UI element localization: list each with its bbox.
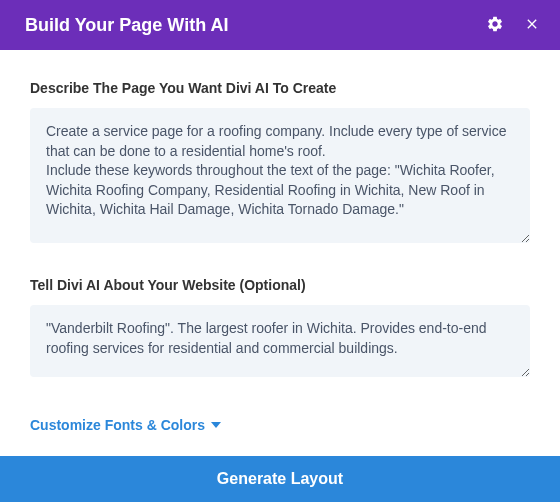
close-button[interactable] (524, 16, 540, 35)
customize-link-label: Customize Fonts & Colors (30, 417, 205, 433)
generate-layout-button[interactable]: Generate Layout (0, 456, 560, 502)
modal-footer: Generate Layout (0, 456, 560, 502)
modal-title: Build Your Page With AI (25, 15, 229, 36)
header-icons (486, 15, 540, 36)
about-label: Tell Divi AI About Your Website (Optiona… (30, 277, 530, 293)
describe-field-group: Describe The Page You Want Divi AI To Cr… (30, 80, 530, 247)
close-icon (524, 16, 540, 35)
settings-button[interactable] (486, 15, 504, 36)
about-field-group: Tell Divi AI About Your Website (Optiona… (30, 277, 530, 381)
modal-header: Build Your Page With AI (0, 0, 560, 50)
modal-content: Describe The Page You Want Divi AI To Cr… (0, 50, 560, 454)
about-textarea[interactable] (30, 305, 530, 377)
gear-icon (486, 15, 504, 36)
describe-label: Describe The Page You Want Divi AI To Cr… (30, 80, 530, 96)
describe-textarea[interactable] (30, 108, 530, 243)
chevron-down-icon (211, 422, 221, 428)
customize-fonts-colors-link[interactable]: Customize Fonts & Colors (30, 417, 221, 433)
